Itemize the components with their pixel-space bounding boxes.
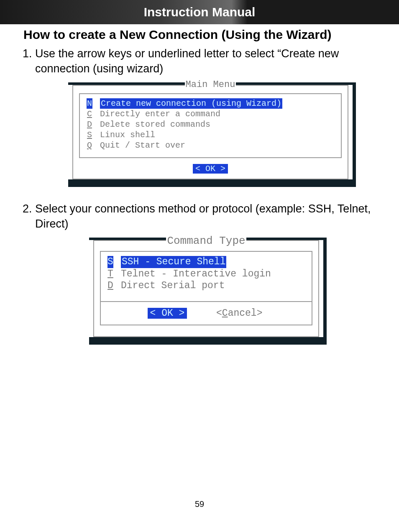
- command-type-dialog: Command Type S SSH - Secure Shell T Teln…: [89, 240, 323, 337]
- hotkey-c: C: [87, 109, 92, 119]
- main-menu-item-create[interactable]: N Create new connection (using Wizard): [87, 98, 334, 109]
- hotkey-n: N: [87, 98, 92, 109]
- command-type-item-direct[interactable]: D Direct Serial port: [107, 280, 305, 292]
- main-menu-item-label: Create new connection (using Wizard): [100, 98, 282, 109]
- main-menu-dialog: Main Menu N Create new connection (using…: [68, 85, 353, 179]
- main-menu-list: N Create new connection (using Wizard) C…: [79, 93, 342, 158]
- main-menu-item-label: Quit / Start over: [100, 140, 185, 151]
- hotkey-d: D: [87, 119, 92, 130]
- main-menu-item-command[interactable]: C Directly enter a command: [87, 109, 334, 119]
- hotkey-s: S: [87, 130, 92, 140]
- command-type-item-label: Direct Serial port: [121, 280, 225, 292]
- steps-list-2: Select your connections method or protoc…: [23, 201, 376, 232]
- ok-button[interactable]: < OK >: [148, 308, 187, 319]
- main-menu-item-label: Linux shell: [100, 130, 155, 140]
- main-menu-screenshot: Main Menu N Create new connection (using…: [23, 82, 376, 187]
- page-number: 59: [0, 499, 399, 517]
- main-menu-item-label: Delete stored commands: [100, 119, 210, 130]
- ok-button[interactable]: < OK >: [193, 164, 228, 174]
- main-menu-item-label: Directly enter a command: [100, 109, 220, 119]
- command-type-item-label: Telnet - Interactive login: [121, 268, 271, 280]
- hotkey-d: D: [107, 280, 113, 292]
- step-2: Select your connections method or protoc…: [35, 201, 376, 232]
- section-title: How to create a New Connection (Using th…: [23, 28, 376, 42]
- command-type-item-telnet[interactable]: T Telnet - Interactive login: [107, 268, 305, 280]
- steps-list: Use the arrow keys or underlined letter …: [23, 46, 376, 77]
- command-type-list: S SSH - Secure Shell T Telnet - Interact…: [100, 251, 312, 301]
- command-type-screenshot: Command Type S SSH - Secure Shell T Teln…: [23, 238, 376, 345]
- command-type-item-ssh[interactable]: S SSH - Secure Shell: [107, 256, 305, 268]
- step-1: Use the arrow keys or underlined letter …: [35, 46, 376, 77]
- main-menu-title: Main Menu: [185, 79, 236, 90]
- hotkey-s: S: [107, 256, 113, 268]
- main-menu-item-delete[interactable]: D Delete stored commands: [87, 119, 334, 130]
- main-menu-item-quit[interactable]: Q Quit / Start over: [87, 140, 334, 151]
- main-menu-item-shell[interactable]: S Linux shell: [87, 130, 334, 140]
- header-title: Instruction Manual: [144, 5, 256, 19]
- command-type-item-label: SSH - Secure Shell: [121, 256, 226, 268]
- command-type-title: Command Type: [166, 235, 246, 247]
- header-bar: Instruction Manual: [0, 0, 399, 24]
- cancel-button[interactable]: <Cancel>: [214, 308, 265, 319]
- hotkey-t: T: [107, 268, 113, 280]
- hotkey-q: Q: [87, 140, 92, 151]
- page-content: How to create a New Connection (Using th…: [0, 24, 399, 345]
